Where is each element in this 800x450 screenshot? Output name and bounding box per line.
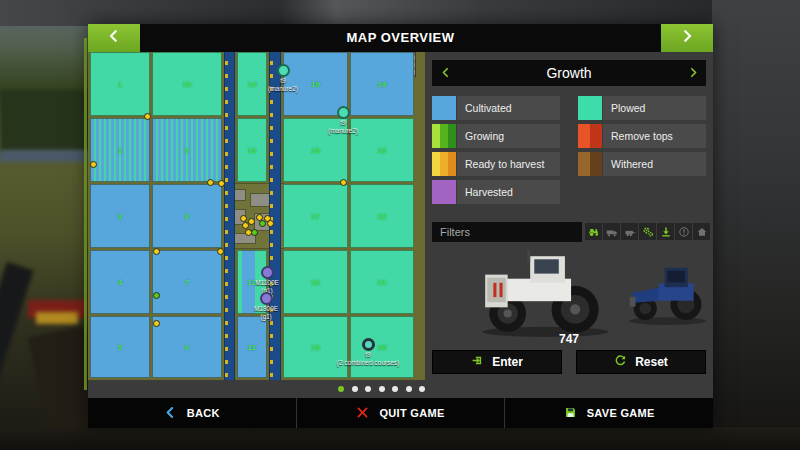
poi-circle-icon	[260, 292, 273, 305]
background-green-edge	[84, 38, 87, 390]
map-field-17[interactable]: 17	[283, 184, 348, 248]
prev-page-button[interactable]	[88, 24, 140, 52]
map-vehicle-dot-yellow	[217, 248, 224, 255]
map-page-dot-3[interactable]	[365, 386, 371, 392]
field-number: 9	[185, 146, 189, 155]
map-field-1[interactable]: 1	[90, 52, 150, 116]
legend-label: Plowed	[603, 96, 706, 120]
map-field-10[interactable]: 10	[152, 52, 222, 116]
map-poi-marker[interactable]: M1100E(g1)	[267, 266, 274, 279]
enter-icon	[471, 354, 484, 370]
back-button[interactable]: BACK	[88, 398, 297, 428]
background-trees	[0, 90, 90, 152]
field-number: 1	[118, 80, 122, 89]
quit-game-button[interactable]: QUIT GAME	[297, 398, 506, 428]
map-vehicle-dot-yellow	[240, 215, 247, 222]
map-field-13[interactable]: 13	[237, 118, 267, 182]
map-field-5[interactable]: 5	[90, 316, 150, 378]
map-road-2	[269, 52, 281, 380]
building	[251, 194, 269, 206]
filter-download-icon[interactable]	[657, 223, 674, 240]
poi-circle-icon	[362, 338, 375, 351]
map-page-dot-7[interactable]	[419, 386, 425, 392]
map-overview-dialog: MAP OVERVIEW 110141924291318233817224712…	[88, 24, 713, 428]
field-number: 17	[311, 212, 320, 221]
field-number: 18	[311, 146, 320, 155]
background-right-machinery	[712, 0, 800, 450]
filter-trailer-icon[interactable]	[621, 223, 638, 240]
map-field-15[interactable]: 15	[283, 316, 348, 378]
next-page-button[interactable]	[661, 24, 713, 52]
field-number: 6	[185, 343, 189, 352]
map-vehicle-dot-yellow	[144, 113, 151, 120]
map-page-dot-4[interactable]	[379, 386, 385, 392]
reset-label: Reset	[635, 355, 668, 369]
screen: MAP OVERVIEW 110141924291318233817224712…	[0, 0, 800, 450]
field-number: 3	[118, 212, 122, 221]
overlay-title: Growth	[432, 60, 706, 86]
map-field-7[interactable]: 7	[152, 250, 222, 314]
map-vehicle-dot-yellow	[340, 179, 347, 186]
map-canvas[interactable]: 110141924291318233817224712162156111520t…	[88, 52, 425, 380]
map-vehicle-dot-yellow	[248, 218, 255, 225]
map-vehicle-dot-yellow	[242, 222, 249, 229]
filter-home-icon[interactable]	[693, 223, 710, 240]
legend-label: Remove tops	[603, 124, 706, 148]
map-poi-marker[interactable]: t9(2 combined courses)	[368, 338, 375, 351]
map-field-6[interactable]: 6	[152, 316, 222, 378]
map-page-dot-5[interactable]	[392, 386, 398, 392]
legend-swatch	[578, 152, 602, 176]
save-game-button[interactable]: SAVE GAME	[505, 398, 713, 428]
map-page-dot-2[interactable]	[352, 386, 358, 392]
field-number: 15	[311, 343, 320, 352]
legend-item: Remove tops	[578, 124, 706, 148]
vehicle-name: 747	[432, 332, 706, 346]
map-vehicle-dot-green	[259, 220, 266, 227]
legend-label: Growing	[457, 124, 560, 148]
map-poi-marker[interactable]: t9(manure2)	[343, 106, 350, 119]
map-field-9[interactable]: 9	[152, 118, 222, 182]
map-field-4[interactable]: 4	[90, 250, 150, 314]
map-field-20[interactable]: 20	[350, 316, 414, 378]
map-field-22[interactable]: 22	[350, 184, 414, 248]
legend-label: Harvested	[457, 180, 560, 204]
map-page-dots	[88, 380, 425, 398]
map-page-dot-1[interactable]	[338, 386, 344, 392]
legend-item: Growing	[432, 124, 560, 148]
overlay-next-button[interactable]	[680, 60, 706, 86]
filter-gears-icon[interactable]	[639, 223, 656, 240]
map-field-21[interactable]: 21	[350, 250, 414, 314]
field-number: 5	[118, 343, 122, 352]
field-number: 7	[185, 278, 189, 287]
filter-truck-icon[interactable]	[603, 223, 620, 240]
background-implement-yellow	[36, 312, 78, 324]
field-number: 10	[183, 80, 192, 89]
legend-item: Cultivated	[432, 96, 560, 120]
field-number: 2	[118, 146, 122, 155]
filter-tractor-icon[interactable]	[585, 223, 602, 240]
overlay-selector: Growth	[432, 60, 706, 86]
chevron-right-icon	[680, 29, 694, 47]
legend-item: Plowed	[578, 96, 706, 120]
map-field-2[interactable]: 2	[90, 118, 150, 182]
map-page-dot-6[interactable]	[406, 386, 412, 392]
field-number: 24	[378, 80, 387, 89]
filter-warning-icon[interactable]	[675, 223, 692, 240]
vehicle-image-new-holland[interactable]	[622, 256, 714, 328]
enter-button[interactable]: Enter	[432, 350, 562, 374]
map-vehicle-dot-yellow	[90, 161, 97, 168]
map-field-8[interactable]: 8	[152, 184, 222, 248]
map-field-11[interactable]: 11	[237, 316, 267, 378]
vehicle-image-big-bud-747[interactable]	[468, 246, 623, 338]
map-poi-marker[interactable]: t9(manure2)	[283, 64, 290, 77]
legend-label: Cultivated	[457, 96, 560, 120]
map-field-3[interactable]: 3	[90, 184, 150, 248]
field-number: 22	[378, 212, 387, 221]
map-vehicle-dot-yellow	[207, 179, 214, 186]
reset-button[interactable]: Reset	[576, 350, 706, 374]
map-field-24[interactable]: 24	[350, 52, 414, 116]
quit-x-icon	[356, 406, 369, 421]
page-title: MAP OVERVIEW	[88, 24, 713, 52]
map-road-1	[224, 52, 235, 380]
map-poi-marker[interactable]: M1800E(g1)	[266, 292, 273, 305]
